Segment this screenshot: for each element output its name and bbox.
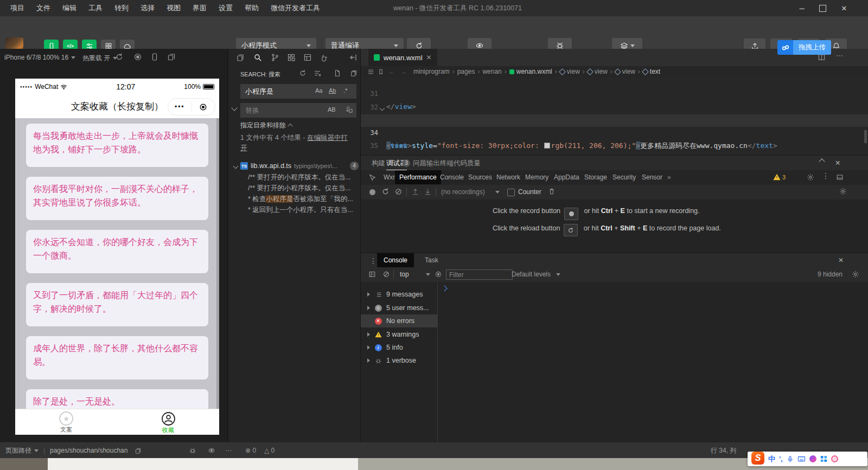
- tab-output[interactable]: 输出: [426, 156, 440, 171]
- menu-devtools[interactable]: 微信开发者工具: [265, 3, 326, 13]
- tab-shoucang[interactable]: 收藏: [117, 409, 219, 435]
- devtools-tab-network[interactable]: Network: [496, 170, 520, 184]
- outline-icon[interactable]: [367, 68, 374, 75]
- devtools-tab-sources[interactable]: Sources: [468, 170, 492, 184]
- menu-project[interactable]: 项目: [4, 3, 30, 13]
- close-button[interactable]: ✕: [834, 0, 854, 16]
- pages-icon[interactable]: [236, 53, 245, 62]
- menu-interface[interactable]: 界面: [187, 3, 213, 13]
- code-editor[interactable]: 31 </view> 32 </view> 33 <view> 34 <text…: [361, 77, 868, 155]
- hot-reload-toggle[interactable]: 热重载 开: [82, 54, 117, 63]
- exit-button[interactable]: [192, 103, 215, 111]
- search-input[interactable]: [240, 84, 356, 99]
- file-window-icon[interactable]: [303, 53, 312, 62]
- close-tab-icon[interactable]: ✕: [426, 54, 432, 61]
- match-case-toggle[interactable]: Aa: [315, 87, 322, 94]
- error-counter[interactable]: ⊗ 0: [245, 442, 256, 459]
- search-match-row[interactable]: * 检查小程序是否被添加至「我的...: [248, 194, 359, 204]
- sogou-logo-icon[interactable]: S: [751, 452, 764, 465]
- menu-edit[interactable]: 编辑: [56, 3, 82, 13]
- devtools-tab-performance[interactable]: Performance: [395, 170, 441, 184]
- expand-arrow-icon[interactable]: [367, 292, 370, 297]
- quote-card[interactable]: 每当我勇敢地走出一步，上帝就会及时慷慨地为我，铺好下一步下坡路。: [26, 124, 208, 167]
- clear-icon[interactable]: [394, 188, 403, 196]
- more-button[interactable]: •••: [168, 103, 192, 111]
- tab-terminal[interactable]: 终端: [440, 156, 454, 171]
- search-icon[interactable]: [253, 53, 262, 62]
- breadcrumb-item[interactable]: miniprogram: [413, 68, 450, 75]
- minimize-button[interactable]: ─: [792, 0, 812, 16]
- close-console-icon[interactable]: ✕: [838, 253, 844, 268]
- quote-card[interactable]: 你别看我平时对你，一副漠不关心的样子，其实背地里说了你很多坏话。: [26, 177, 208, 220]
- gear-icon[interactable]: [852, 271, 859, 278]
- editor-scrollbar[interactable]: [864, 130, 867, 143]
- devtools-tab-security[interactable]: Security: [612, 170, 636, 184]
- dock-side-icon[interactable]: [836, 173, 844, 181]
- eye-icon[interactable]: [208, 447, 215, 454]
- breadcrumb-item[interactable]: wenan: [482, 68, 501, 75]
- sidebar-toggle-icon[interactable]: [368, 271, 376, 278]
- breadcrumb-item[interactable]: view: [567, 68, 580, 75]
- restore-button[interactable]: [813, 0, 832, 16]
- expand-arrow-icon[interactable]: [367, 358, 370, 363]
- devtools-tab-storage[interactable]: Storage: [584, 170, 607, 184]
- mic-icon[interactable]: [787, 455, 794, 463]
- keyboard-icon[interactable]: [797, 455, 806, 462]
- line-col-indicator[interactable]: 行 34, 列: [711, 442, 736, 459]
- expand-arrow-icon[interactable]: [367, 332, 370, 337]
- sidebar-item-info[interactable]: i 5 info: [361, 341, 438, 354]
- eye-icon[interactable]: [435, 271, 442, 278]
- recordings-dropdown[interactable]: (no recordings): [441, 188, 485, 196]
- whole-word-toggle[interactable]: Ab: [329, 87, 336, 94]
- open-in-editor-icon[interactable]: [350, 69, 358, 77]
- device-frame-icon[interactable]: [150, 53, 159, 61]
- menu-view[interactable]: 视图: [161, 3, 187, 13]
- ime-lang-toggle[interactable]: 中: [768, 454, 775, 464]
- copy-icon[interactable]: [135, 447, 142, 454]
- result-file-row[interactable]: TS lib.wx.api.d.ts typings\types\... 4: [234, 160, 359, 172]
- record-icon[interactable]: [369, 189, 375, 195]
- preserve-case-toggle[interactable]: AB: [328, 106, 336, 113]
- multi-window-icon[interactable]: [167, 53, 176, 61]
- search-match-row[interactable]: /** 要打开的小程序版本。仅在当...: [248, 172, 359, 183]
- tab-build[interactable]: 构建: [372, 156, 385, 171]
- reload-icon[interactable]: [381, 188, 390, 196]
- breadcrumb-item[interactable]: text: [650, 68, 660, 75]
- tabs-overflow-icon[interactable]: »: [667, 170, 671, 184]
- more-actions-icon[interactable]: ⋯: [836, 51, 844, 60]
- dir-filter-toggle[interactable]: 指定目录和排除: [240, 121, 293, 130]
- devtools-tab-console[interactable]: Console: [440, 170, 464, 184]
- toggle-replace-chevron[interactable]: [231, 105, 237, 111]
- phone-scrollbar[interactable]: [216, 118, 219, 435]
- bug-icon[interactable]: [189, 447, 196, 454]
- new-search-editor-icon[interactable]: [334, 69, 341, 77]
- drag-upload-tooltip[interactable]: 拖拽上传: [777, 40, 831, 55]
- devtools-tab-appdata[interactable]: AppData: [554, 170, 579, 184]
- quote-card[interactable]: 又到了一切矛盾，都能用「大过年的」四个字，解决的时候了。: [26, 283, 208, 326]
- devtools-tab-sensor[interactable]: Sensor: [642, 170, 662, 184]
- ime-punct-toggle[interactable]: ’,: [779, 455, 783, 463]
- restart-icon[interactable]: [115, 53, 124, 61]
- warning-counter[interactable]: △ 0: [264, 442, 275, 459]
- collapse-panel-icon[interactable]: [349, 53, 358, 62]
- inspect-icon[interactable]: [368, 173, 376, 181]
- sidebar-item-messages[interactable]: 9 messages: [361, 288, 438, 301]
- menu-goto[interactable]: 转到: [108, 3, 135, 13]
- clear-results-icon[interactable]: [314, 69, 322, 77]
- devtools-tab-memory[interactable]: Memory: [525, 170, 548, 184]
- quote-card[interactable]: 成年人的世界，除了长胖，其他什么都不容易。: [26, 336, 208, 379]
- collapse-panel-icon[interactable]: [819, 158, 825, 164]
- reload-button[interactable]: [564, 224, 578, 236]
- expand-arrow-icon[interactable]: [367, 345, 370, 350]
- breadcrumb-item[interactable]: view: [595, 68, 608, 75]
- menu-help[interactable]: 帮助: [239, 3, 265, 13]
- levels-dropdown[interactable]: Default levels: [512, 271, 551, 278]
- more-icon[interactable]: ⋯: [225, 442, 232, 459]
- extensions-icon[interactable]: [287, 53, 296, 62]
- kebab-menu-icon[interactable]: ⋮: [369, 256, 377, 265]
- sidebar-item-user-messages[interactable]: ☺ 5 user mess...: [361, 301, 438, 314]
- editor-tab-wenan-wxml[interactable]: wenan.wxml ✕: [368, 49, 437, 66]
- apps-grid-icon[interactable]: [820, 455, 827, 462]
- save-profile-icon[interactable]: [424, 188, 432, 196]
- console-tab[interactable]: Console: [377, 253, 414, 268]
